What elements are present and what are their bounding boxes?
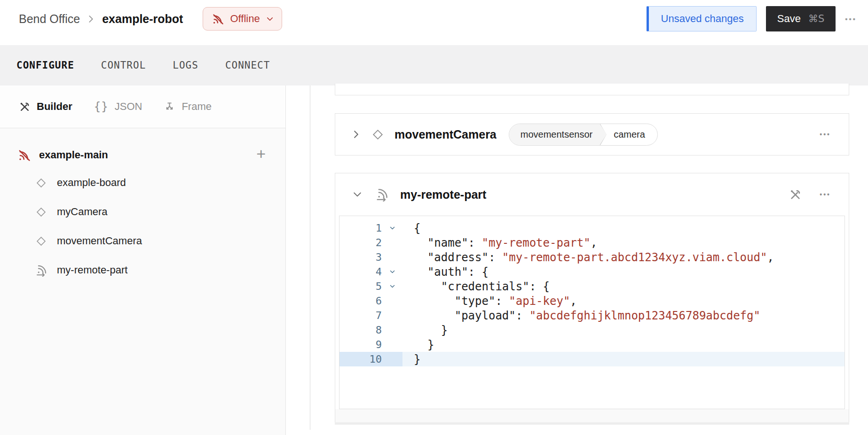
breadcrumb: Bend Office example-robot [19, 12, 183, 26]
card-title: movementCamera [395, 128, 497, 141]
code-line-1[interactable]: 1{ [339, 221, 844, 235]
view-tab-json[interactable]: {}JSON [94, 100, 142, 113]
line-number: 6 [339, 295, 382, 307]
view-tab-label: Builder [37, 101, 72, 113]
card-title: my-remote-part [400, 188, 486, 202]
tools-icon [19, 101, 31, 113]
card-movement-camera: movementCamera movementsensor camera ••• [335, 113, 849, 155]
editor-gutter: 9 [339, 337, 402, 352]
remote-part-icon [375, 187, 389, 202]
code-line-7[interactable]: 7 "payload": "abcdefghijklmnop123456789a… [339, 308, 844, 323]
header-overflow-menu-icon[interactable]: ••• [845, 16, 857, 23]
editor-gutter: 8 [339, 323, 402, 337]
json-code-editor[interactable]: 1{2 "name": "my-remote-part",3 "address"… [339, 216, 845, 409]
resource-type-tag: movementsensor camera [509, 124, 658, 146]
sidebar: Builder{}JSONFrame example-main + exampl… [0, 85, 286, 435]
fold-chevron-icon[interactable] [382, 270, 402, 274]
code-line-5[interactable]: 5 "credentials": { [339, 279, 844, 294]
component-diamond-icon [34, 205, 48, 219]
tag-type: camera [607, 129, 657, 140]
tab-control[interactable]: CONTROL [101, 60, 146, 71]
tab-connect[interactable]: CONNECT [225, 60, 270, 71]
line-number: 9 [339, 339, 382, 350]
breadcrumb-chevron-icon [88, 15, 94, 23]
code-editor-lines: 1{2 "name": "my-remote-part",3 "address"… [339, 221, 844, 366]
save-button-label: Save [777, 13, 801, 25]
line-number: 4 [339, 266, 382, 278]
code-line-6[interactable]: 6 "type": "api-key", [339, 294, 844, 308]
tab-configure[interactable]: CONFIGURE [16, 60, 74, 71]
wifi-off-icon [17, 148, 31, 162]
line-number: 8 [339, 324, 382, 336]
remote-icon [34, 263, 48, 277]
view-tab-label: JSON [115, 101, 142, 113]
code-text: "name": "my-remote-part", [402, 236, 597, 249]
machine-part-name: example-main [39, 149, 108, 161]
tab-bar: CONFIGURECONTROLLOGSCONNECT [0, 45, 868, 85]
header: Bend Office example-robot Offline Unsave… [0, 0, 868, 38]
view-tab-frame[interactable]: Frame [164, 101, 212, 113]
machine-status-badge[interactable]: Offline [203, 7, 282, 31]
line-number: 3 [339, 251, 382, 263]
line-number: 2 [339, 237, 382, 249]
code-text: "type": "api-key", [402, 295, 577, 308]
code-text: "credentials": { [402, 280, 550, 293]
resource-tree: example-main + example-boardmyCameramove… [0, 128, 285, 285]
editor-gutter: 2 [339, 235, 402, 250]
unsaved-changes-button[interactable]: Unsaved changes [647, 6, 757, 31]
editor-gutter: 1 [339, 221, 402, 235]
code-line-10[interactable]: 10} [339, 352, 844, 366]
tree-item-label: my-remote-part [57, 264, 127, 276]
breadcrumb-organization[interactable]: Bend Office [19, 12, 80, 26]
tree-item-movementCamera[interactable]: movementCamera [0, 226, 285, 256]
code-text: } [402, 353, 420, 366]
tab-logs[interactable]: LOGS [173, 60, 198, 71]
code-text: "auth": { [402, 265, 489, 279]
tree-item-myCamera[interactable]: myCamera [0, 197, 285, 226]
card-partial [335, 84, 849, 95]
editor-gutter: 7 [339, 308, 402, 323]
code-text: "address": "my-remote-part.abcd1234xyz.v… [402, 251, 774, 264]
component-diamond-icon [372, 129, 383, 140]
card-header: my-remote-part ••• [335, 173, 849, 216]
code-line-9[interactable]: 9 } [339, 337, 844, 352]
tree-item-example-main[interactable]: example-main + [0, 142, 285, 168]
card-my-remote-part: my-remote-part ••• 1{2 "name": "my-remot… [335, 173, 849, 422]
code-line-8[interactable]: 8 } [339, 323, 844, 337]
collapse-chevron-down-icon[interactable] [353, 192, 362, 197]
fold-chevron-icon[interactable] [382, 285, 402, 288]
tree-children: example-boardmyCameramovementCameramy-re… [0, 168, 285, 285]
code-line-3[interactable]: 3 "address": "my-remote-part.abcd1234xyz… [339, 250, 844, 264]
tree-item-my-remote-part[interactable]: my-remote-part [0, 256, 285, 285]
code-text: } [402, 338, 434, 351]
braces-icon: {} [94, 100, 109, 113]
tree-item-label: myCamera [57, 206, 108, 218]
editor-gutter: 10 [339, 352, 402, 366]
editor-horizontal-scrollbar[interactable] [335, 409, 849, 422]
line-number: 5 [339, 280, 382, 292]
editor-gutter: 3 [339, 250, 402, 264]
card-menu-icon[interactable]: ••• [820, 191, 831, 198]
frame-icon [164, 101, 175, 113]
fold-chevron-icon[interactable] [382, 226, 402, 230]
add-component-button[interactable]: + [256, 146, 266, 162]
breadcrumb-machine-name: example-robot [102, 12, 183, 26]
code-line-2[interactable]: 2 "name": "my-remote-part", [339, 235, 844, 250]
expand-chevron-right-icon[interactable] [353, 130, 359, 139]
sidebar-view-tabs: Builder{}JSONFrame [0, 85, 285, 128]
code-line-4[interactable]: 4 "auth": { [339, 264, 844, 279]
save-button[interactable]: Save ⌘S [766, 6, 836, 31]
view-tab-label: Frame [181, 101, 212, 113]
header-actions: Unsaved changes Save ⌘S ••• [647, 6, 857, 31]
tag-subtype: movementsensor [509, 124, 607, 145]
component-diamond-icon [34, 234, 48, 248]
tools-icon[interactable] [789, 188, 802, 201]
tree-item-example-board[interactable]: example-board [0, 168, 285, 197]
wifi-off-icon [212, 13, 224, 25]
card-menu-icon[interactable]: ••• [820, 131, 831, 138]
content-divider [310, 85, 310, 430]
line-number: 7 [339, 310, 382, 321]
component-diamond-icon [34, 176, 48, 190]
line-number: 10 [339, 353, 382, 365]
view-tab-builder[interactable]: Builder [19, 101, 72, 113]
